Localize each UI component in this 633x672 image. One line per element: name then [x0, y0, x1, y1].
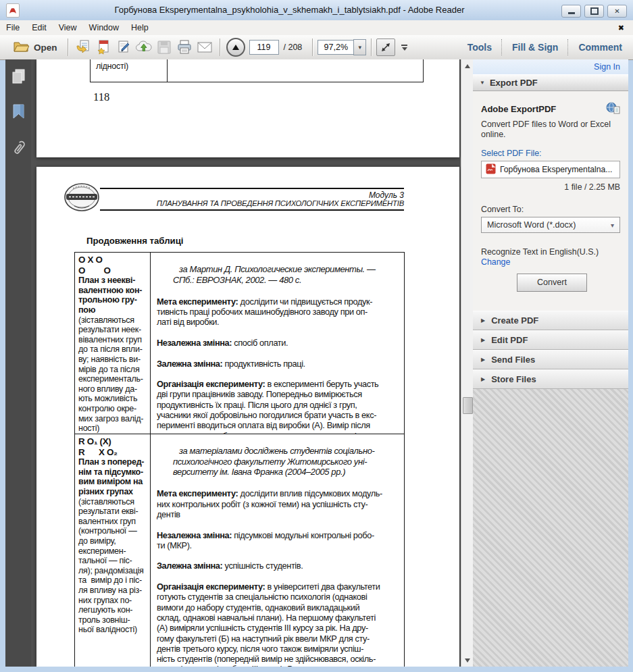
page-total-label: / 208 [284, 43, 303, 52]
title-bar[interactable]: Горбунова Eksperymentalna_psykholohia_v_… [0, 0, 633, 20]
export-pdf-icon[interactable] [73, 38, 93, 57]
collapse-icon: ▼ [480, 80, 485, 86]
save-icon[interactable] [154, 38, 174, 57]
close-toolbar-icon[interactable]: ✖ [618, 24, 624, 32]
menu-file[interactable]: File [0, 20, 26, 35]
cloud-upload-icon[interactable] [134, 38, 154, 57]
convert-button[interactable]: Convert [517, 274, 587, 292]
page-thumbnails-icon[interactable] [11, 68, 26, 87]
service-description: Convert PDF files to Word or Excel onlin… [481, 120, 617, 140]
product-name: Adobe ExportPDF [481, 104, 556, 114]
table-row-plan-cell: R O₁ (X) R X O₂ План з поперед- нім та п… [75, 434, 151, 667]
toolbar-overflow-button[interactable] [401, 45, 407, 51]
tools-panel: Sign In ▼ Export PDF Adobe ExportPDF Con… [473, 59, 628, 667]
store-files-section[interactable]: ▶ Store Files [473, 369, 628, 389]
adobe-reader-app-icon [6, 3, 20, 18]
export-pdf-panel: Adobe ExportPDF Convert PDF files to Wor… [473, 91, 628, 311]
expand-icon: ▶ [481, 337, 485, 343]
select-pdf-file-label: Select PDF File: [481, 149, 620, 158]
design-notation: R O₁ (X) R X O₂ [78, 436, 118, 457]
tools-button[interactable]: Tools [461, 42, 499, 53]
table-row-example-cell: за матеріалами досліджень студентів соці… [151, 434, 404, 667]
comment-button[interactable]: Comment [572, 42, 629, 53]
toolbar: Open 119 / 208 97,2% ▾ [0, 35, 633, 60]
document-view[interactable]: лідності) 118 Модуль 3 ПЛАНУВАННЯ ТА ПРО… [31, 59, 461, 667]
adobe-reader-window: Горбунова Eksperymentalna_psykholohia_v_… [0, 0, 633, 672]
table-row-example-cell: за Мартин Д. Психологические эксперимент… [151, 253, 404, 434]
online-service-icon [606, 102, 620, 116]
publisher-logo [64, 182, 100, 215]
open-button[interactable]: Open [8, 39, 63, 56]
convert-to-label: Convert To: [481, 205, 620, 214]
selected-file-field[interactable]: Горбунова Eksperymentalna... [481, 161, 620, 178]
plan-title: План з поперед- нім та підсумко- вим вим… [78, 457, 144, 496]
plan-note: (зіставляються результати екві- валентни… [78, 497, 144, 635]
fill-sign-icon[interactable] [113, 38, 134, 57]
pdf-page-118: лідності) 118 [36, 59, 459, 157]
scrollbar-thumb[interactable] [463, 397, 473, 414]
page-number-input[interactable]: 119 [249, 40, 279, 55]
create-pdf-icon[interactable] [93, 38, 113, 57]
plan-note: (зіставляються результати неек- вівалент… [78, 315, 143, 434]
page-118-number: 118 [93, 91, 109, 104]
vertical-scrollbar[interactable] [461, 59, 473, 667]
restore-button[interactable] [584, 5, 604, 18]
pdf-file-icon [486, 163, 496, 176]
design-notation: O X O O O [78, 255, 111, 276]
zoom-level-select[interactable]: 97,2% ▾ [318, 39, 366, 55]
plan-title: План з неекві- валентною кон- трольною г… [78, 276, 142, 315]
convert-format-select[interactable]: Microsoft Word (*.docx) ▾ [481, 217, 620, 233]
fill-sign-button[interactable]: Fill & Sign [505, 42, 565, 53]
scroll-down-icon[interactable] [461, 654, 473, 666]
file-info: 1 file / 2.25 MB [481, 182, 620, 192]
menu-bar: File Edit View Window Help ✖ [0, 20, 633, 35]
running-header-module: Модуль 3 [100, 190, 404, 200]
convert-format-value: Microsoft Word (*.docx) [487, 220, 576, 230]
menu-window[interactable]: Window [83, 20, 125, 35]
zoom-dropdown-icon[interactable]: ▾ [353, 39, 366, 55]
expand-icon: ▶ [481, 357, 485, 363]
window-title: Горбунова Eksperymentalna_psykholohia_v_… [41, 0, 538, 20]
change-link[interactable]: Change [481, 257, 620, 267]
export-pdf-section-header[interactable]: ▼ Export PDF [473, 74, 628, 91]
print-icon[interactable] [174, 38, 195, 57]
folder-icon [14, 41, 29, 55]
selected-file-name: Горбунова Eksperymentalna... [500, 165, 612, 174]
table-caption: Продовження таблиці [86, 236, 183, 246]
panel-empty-area [473, 389, 628, 667]
table-row-plan-cell: O X O O O План з неекві- валентною кон- … [75, 253, 151, 434]
table-cell-fragment: лідності) [96, 61, 128, 71]
page-up-button[interactable] [226, 38, 245, 57]
menu-help[interactable]: Help [125, 20, 155, 35]
create-pdf-section[interactable]: ▶ Create PDF [473, 311, 628, 330]
menu-edit[interactable]: Edit [26, 20, 53, 35]
navigation-pane [5, 59, 31, 667]
experiment-plans-table: O X O O O План з неекві- валентною кон- … [74, 252, 405, 667]
send-files-section[interactable]: ▶ Send Files [473, 350, 628, 369]
citation: за Мартин Д. Психологические эксперимент… [173, 264, 401, 285]
attachments-icon[interactable] [10, 140, 26, 160]
pdf-page-119: Модуль 3 ПЛАНУВАННЯ ТА ПРОВЕДЕННЯ ПСИХОЛ… [36, 167, 459, 667]
menu-view[interactable]: View [53, 20, 83, 35]
email-icon[interactable] [195, 38, 215, 57]
expand-icon: ▶ [481, 317, 485, 324]
scroll-up-icon[interactable] [461, 60, 473, 72]
close-button[interactable]: ✕ [607, 5, 627, 18]
expand-icon: ▶ [481, 376, 485, 382]
citation: за матеріалами досліджень студентів соці… [173, 446, 401, 477]
recognize-text-label: Recognize Text in English(U.S.) [481, 247, 620, 257]
bookmarks-icon[interactable] [12, 104, 25, 123]
chevron-down-icon: ▾ [611, 222, 614, 229]
running-header-title: ПЛАНУВАННЯ ТА ПРОВЕДЕННЯ ПСИХОЛОГІЧНИХ Е… [100, 199, 404, 207]
fit-page-button[interactable] [376, 38, 395, 56]
zoom-value[interactable]: 97,2% [318, 40, 353, 55]
minimize-button[interactable] [561, 5, 581, 18]
sign-in-link[interactable]: Sign In [594, 62, 620, 72]
edit-pdf-section[interactable]: ▶ Edit PDF [473, 330, 628, 350]
